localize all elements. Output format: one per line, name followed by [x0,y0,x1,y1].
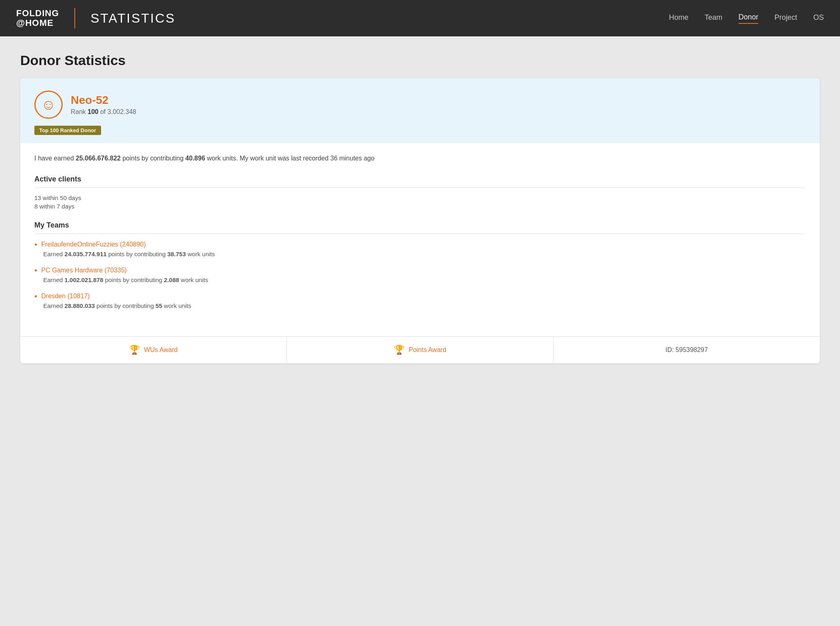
team-earned: Earned 1.002.021.878 points by contribut… [43,276,806,283]
team-link[interactable]: PC Games Hardware (70335) [41,267,127,274]
rank-value: 100 [88,108,99,115]
nav-donor[interactable]: Donor [739,13,758,24]
nav-team[interactable]: Team [705,13,722,23]
my-teams-divider [34,234,806,234]
team-wu: 55 [156,302,163,309]
list-item: 13 within 50 days [34,194,806,201]
smiley-icon: ☺ [41,96,56,113]
active-clients-list: 13 within 50 days 8 within 7 days [34,194,806,210]
main-card: ☺ Neo-52 Rank 100 of 3.002.348 Top 100 R… [20,78,820,363]
rank-of: of 3.002.348 [100,108,136,115]
team-item-header: • PC Games Hardware (70335) [34,266,806,274]
active-clients-divider [34,188,806,188]
team-item-header: • FreilaufendeOnlineFuzzies (240890) [34,240,806,249]
team-points: 1.002.021.878 [65,276,103,283]
teams-list: • FreilaufendeOnlineFuzzies (240890) Ear… [34,240,806,309]
id-footer: ID: 595398297 [553,337,820,363]
header-left: FOLDING @HOME STATISTICS [16,8,175,28]
active-clients-section: Active clients 13 within 50 days 8 withi… [34,175,806,210]
nav-os[interactable]: OS [813,13,824,23]
rank-text: Rank 100 of 3.002.348 [71,108,136,116]
summary-wu: 40.896 [186,155,205,162]
team-link[interactable]: FreilaufendeOnlineFuzzies (240890) [41,241,146,248]
team-item: • PC Games Hardware (70335) Earned 1.002… [34,266,806,283]
my-teams-heading: My Teams [34,221,806,230]
logo-home: @HOME [16,18,59,28]
profile-top: ☺ Neo-52 Rank 100 of 3.002.348 [34,91,806,119]
team-item: • Dresden (10817) Earned 28.880.033 poin… [34,292,806,309]
nav-project[interactable]: Project [775,13,797,23]
team-earned: Earned 24.035.774.911 points by contribu… [43,251,806,257]
bullet-icon: • [34,240,37,249]
header: FOLDING @HOME STATISTICS Home Team Donor… [0,0,840,36]
card-footer: 🏆 WUs Award 🏆 Points Award ID: 595398297 [20,336,820,363]
team-wu: 2.088 [164,276,179,283]
donor-name: Neo-52 [71,94,136,107]
team-link[interactable]: Dresden (10817) [41,293,90,300]
stats-section: I have earned 25.066.676.822 points by c… [20,143,820,328]
my-teams-section: My Teams • FreilaufendeOnlineFuzzies (24… [34,221,806,309]
summary-points: 25.066.676.822 [76,155,120,162]
points-award-footer[interactable]: 🏆 Points Award [287,337,554,363]
team-points: 28.880.033 [65,302,95,309]
page-content: Donor Statistics ☺ Neo-52 Rank 100 of 3.… [0,36,840,379]
wus-award-footer[interactable]: 🏆 WUs Award [20,337,287,363]
avatar: ☺ [34,91,63,119]
trophy-icon: 🏆 [394,345,405,355]
points-award-label: Points Award [409,346,446,354]
summary-text: I have earned 25.066.676.822 points by c… [34,153,806,164]
summary-time: 36 minutes ago [330,155,374,162]
trophy-icon: 🏆 [129,345,140,355]
profile-info: Neo-52 Rank 100 of 3.002.348 [71,94,136,116]
team-points: 24.035.774.911 [65,251,107,257]
summary-mid2: work units. My work unit was last record… [205,155,330,162]
logo-divider [74,8,75,28]
rank-label: Rank [71,108,86,115]
list-item: 8 within 7 days [34,203,806,210]
logo: FOLDING @HOME [16,8,59,28]
bullet-icon: • [34,266,37,274]
header-title: STATISTICS [91,11,175,26]
profile-section: ☺ Neo-52 Rank 100 of 3.002.348 Top 100 R… [20,78,820,143]
team-earned: Earned 28.880.033 points by contributing… [43,302,806,309]
nav-home[interactable]: Home [669,13,688,23]
summary-pre: I have earned [34,155,76,162]
team-item-header: • Dresden (10817) [34,292,806,300]
active-clients-heading: Active clients [34,175,806,183]
bullet-icon: • [34,292,37,300]
donor-id: ID: 595398297 [665,346,708,354]
logo-folding: FOLDING [16,8,59,18]
summary-mid1: points by contributing [121,155,186,162]
team-wu: 38.753 [167,251,186,257]
team-item: • FreilaufendeOnlineFuzzies (240890) Ear… [34,240,806,257]
top-badge: Top 100 Ranked Donor [34,126,101,135]
header-nav: Home Team Donor Project OS [669,13,824,24]
wus-award-label: WUs Award [144,346,177,354]
page-title: Donor Statistics [20,53,820,68]
